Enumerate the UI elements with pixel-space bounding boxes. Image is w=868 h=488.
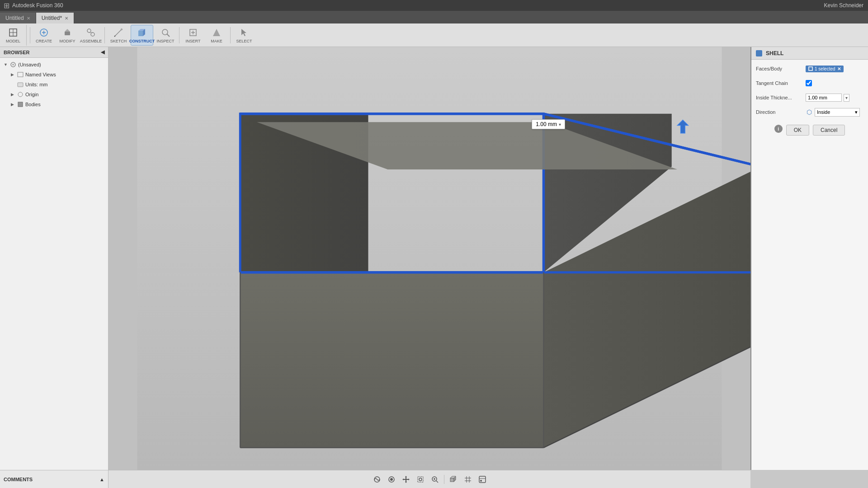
tab-untitled2[interactable]: Untitled* ✕ xyxy=(36,13,74,23)
shell-panel: SHELL Faces/Body 1 selected ✕ Tangent Ch… xyxy=(750,47,868,470)
browser-item-units[interactable]: Units: mm xyxy=(0,80,108,89)
inspect-button[interactable]: INSPECT xyxy=(154,25,177,46)
select-icon xyxy=(239,27,250,38)
deselect-button[interactable]: ✕ xyxy=(837,66,841,71)
shell-content: Faces/Body 1 selected ✕ Tangent Chain In… xyxy=(751,60,868,139)
toolbar: MODEL CREATE MODIFY ASSEMBLE SKETCH xyxy=(0,23,868,47)
browser-item-bodies[interactable]: ▶ Bodies xyxy=(0,99,108,109)
selected-badge: 1 selected ✕ xyxy=(806,66,844,72)
svg-point-76 xyxy=(480,480,482,482)
thickness-field[interactable] xyxy=(806,94,842,102)
named-views-label: Named Views xyxy=(25,72,56,77)
display-button[interactable] xyxy=(476,473,489,486)
direction-dropdown[interactable]: Inside ▾ xyxy=(815,108,860,117)
titlebar-left: ⊞ Autodesk Fusion 360 xyxy=(0,1,63,10)
svg-marker-20 xyxy=(241,29,246,36)
thickness-input[interactable]: 1.00 mm ▾ xyxy=(532,119,565,129)
inside-thickness-row: Inside Thickne... ▾ xyxy=(756,92,863,103)
assemble-label: ASSEMBLE xyxy=(80,39,102,43)
expand-arrow-unsaved: ▼ xyxy=(4,62,8,67)
titlebar: ⊞ Autodesk Fusion 360 Kevin Schneider xyxy=(0,0,868,11)
sep1 xyxy=(30,27,30,43)
browser-item-named-views[interactable]: ▶ Named Views xyxy=(0,70,108,80)
tangent-chain-checkbox[interactable] xyxy=(806,80,812,86)
thickness-value: 1.00 mm xyxy=(536,121,557,127)
status-sep1 xyxy=(444,475,444,484)
units-icon xyxy=(17,81,24,88)
inspect-icon xyxy=(160,27,171,38)
grid-button[interactable] xyxy=(462,473,474,486)
svg-rect-26 xyxy=(18,102,23,107)
pan-button[interactable] xyxy=(400,473,412,486)
create-label: CREATE xyxy=(36,39,52,43)
sketch-label: SKETCH xyxy=(110,39,127,43)
comments-expand[interactable]: ▲ xyxy=(99,477,104,482)
comments-label: COMMENTS xyxy=(4,477,33,482)
comments-panel: COMMENTS ▲ xyxy=(0,470,108,488)
tab-untitled2-close[interactable]: ✕ xyxy=(65,16,68,21)
select-button[interactable]: SELECT xyxy=(233,25,255,46)
browser-item-unsaved[interactable]: ▼ (Unsaved) xyxy=(0,60,108,70)
expand-arrow-origin: ▶ xyxy=(11,92,15,97)
create-button[interactable]: CREATE xyxy=(33,25,55,46)
create-icon xyxy=(38,27,49,38)
ok-button[interactable]: OK xyxy=(786,125,809,136)
shell-title: SHELL xyxy=(766,50,783,56)
make-icon xyxy=(211,27,222,38)
inspect-label: INSPECT xyxy=(156,39,174,43)
user-name: Kevin Schneider xyxy=(824,2,863,9)
main-canvas[interactable]: 1.00 mm ▾ xyxy=(108,47,750,470)
tangent-chain-value xyxy=(806,80,863,86)
browser-panel: BROWSER ◀ ▼ (Unsaved) ▶ Named Views Unit… xyxy=(0,47,108,470)
shell-icon xyxy=(756,50,762,56)
tab-untitled-label: Untitled xyxy=(5,15,24,21)
browser-collapse[interactable]: ◀ xyxy=(101,49,104,55)
origin-label: Origin xyxy=(25,92,38,97)
tab-untitled[interactable]: Untitled ✕ xyxy=(0,13,36,23)
svg-point-55 xyxy=(390,478,393,481)
assemble-icon xyxy=(85,27,96,38)
zoom-fit-button[interactable] xyxy=(414,473,427,486)
svg-line-16 xyxy=(167,34,170,37)
assemble-button[interactable]: ASSEMBLE xyxy=(80,25,102,46)
sep4 xyxy=(230,27,231,43)
zoom-in-button[interactable] xyxy=(429,473,441,486)
units-label: Units: mm xyxy=(25,82,48,87)
svg-rect-24 xyxy=(18,83,23,87)
browser-item-origin[interactable]: ▶ Origin xyxy=(0,89,108,99)
browser-title: BROWSER xyxy=(4,50,29,55)
unsaved-icon xyxy=(10,61,16,68)
svg-point-8 xyxy=(87,29,91,33)
sep2 xyxy=(104,27,105,43)
tabbar: Untitled ✕ Untitled* ✕ xyxy=(0,11,868,23)
orbit-button[interactable] xyxy=(371,473,383,486)
view-cube-button[interactable] xyxy=(447,473,460,486)
model-button[interactable]: MODEL xyxy=(2,25,24,46)
thickness-dropdown-btn[interactable]: ▾ xyxy=(844,94,849,102)
make-button[interactable]: MAKE xyxy=(205,25,228,46)
svg-marker-60 xyxy=(408,479,410,480)
construct-button[interactable]: CONSTRUCT xyxy=(131,25,153,46)
model-icon xyxy=(8,27,19,38)
info-button[interactable]: i xyxy=(774,125,783,133)
cancel-button[interactable]: Cancel xyxy=(813,125,845,136)
svg-point-22 xyxy=(12,64,14,66)
direction-icon: ⬡ xyxy=(806,108,813,116)
svg-marker-59 xyxy=(402,479,404,480)
modify-icon xyxy=(62,27,73,38)
inside-thickness-value: ▾ xyxy=(806,94,863,102)
construct-icon xyxy=(137,27,147,38)
origin-icon xyxy=(17,91,24,98)
direction-value: ⬡ Inside ▾ xyxy=(806,108,863,117)
modify-button[interactable]: MODIFY xyxy=(56,25,79,46)
thickness-dropdown-icon[interactable]: ▾ xyxy=(559,122,561,127)
model-group: MODEL xyxy=(2,25,27,46)
insert-button[interactable]: INSERT xyxy=(182,25,204,46)
statusbar xyxy=(108,470,750,488)
tab-untitled-close[interactable]: ✕ xyxy=(27,16,30,21)
named-views-icon xyxy=(17,71,24,78)
svg-marker-34 xyxy=(240,272,543,448)
sketch-button[interactable]: SKETCH xyxy=(107,25,130,46)
construct-label: CONSTRUCT xyxy=(129,39,155,43)
look-at-button[interactable] xyxy=(385,473,398,486)
